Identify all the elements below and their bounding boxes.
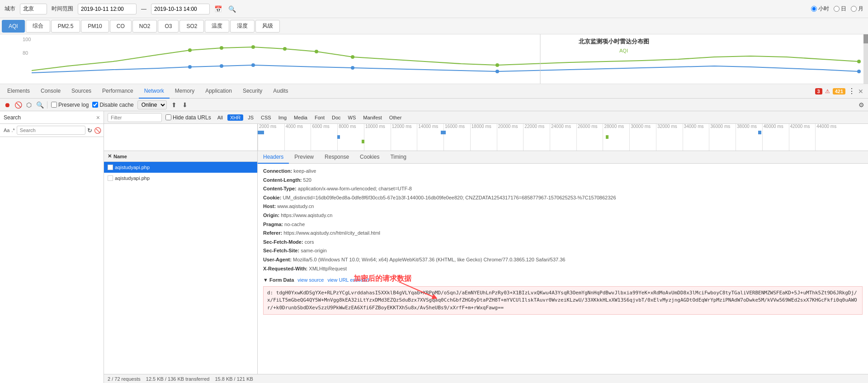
tab-humidity[interactable]: 湿度 <box>230 20 255 33</box>
request-header-row: Connection: keep-alive <box>263 167 863 175</box>
search-panel-close[interactable]: × <box>96 114 100 121</box>
clear-button[interactable]: 🚫 <box>14 101 22 109</box>
waterfall-bar <box>258 131 264 134</box>
more-icon[interactable]: ⋮ <box>848 87 855 95</box>
filter-img[interactable]: Img <box>276 114 289 121</box>
view-source-link[interactable]: view source <box>297 276 324 284</box>
close-file-detail-icon[interactable]: ✕ <box>108 153 112 159</box>
tab-security[interactable]: Security <box>237 84 268 99</box>
tab-elements[interactable]: Elements <box>2 84 35 99</box>
hide-data-urls-input[interactable] <box>165 114 171 120</box>
timeline-tick: 40000 ms <box>762 124 783 151</box>
filter-xhr[interactable]: XHR <box>227 114 243 121</box>
month-radio[interactable] <box>851 6 857 12</box>
tab-console[interactable]: Console <box>35 84 66 99</box>
timeline-tick: 34000 ms <box>683 124 704 151</box>
svg-point-12 <box>251 63 255 67</box>
request-header-row: X-Requested-With: XMLHttpRequest <box>263 265 863 273</box>
hour-radio-label[interactable]: 小时 <box>811 5 829 13</box>
req-tab-timing[interactable]: Timing <box>385 151 412 164</box>
tab-pm25[interactable]: PM2.5 <box>51 20 80 33</box>
req-tab-response[interactable]: Response <box>319 151 354 164</box>
svg-point-7 <box>351 55 354 59</box>
preserve-log-input[interactable] <box>51 102 57 108</box>
resources-size: 15.8 KB / 121 KB <box>215 376 253 382</box>
req-tab-cookies[interactable]: Cookies <box>354 151 385 164</box>
tab-network[interactable]: Network <box>139 84 170 99</box>
search-icon[interactable]: 🔍 <box>228 5 236 13</box>
search-button[interactable]: 🔍 <box>36 101 43 109</box>
record-button[interactable]: ⏺ <box>4 101 11 109</box>
network-panel: Hide data URLs All XHR JS CSS Img Media … <box>104 111 868 383</box>
settings-button[interactable]: ⚙ <box>859 101 864 109</box>
search-input[interactable] <box>17 126 85 135</box>
filter-font[interactable]: Font <box>312 114 327 121</box>
filter-ws[interactable]: WS <box>345 114 359 121</box>
tab-temperature[interactable]: 温度 <box>205 20 229 33</box>
search-input-row: Aa .* ↻ 🚫 <box>0 124 104 137</box>
tab-performance[interactable]: Performance <box>97 84 139 99</box>
tab-o3[interactable]: O3 <box>158 20 179 33</box>
day-radio-label[interactable]: 日 <box>834 5 846 13</box>
tab-application[interactable]: Application <box>200 84 237 99</box>
calendar-icon[interactable]: 📅 <box>214 5 222 13</box>
disable-cache-input[interactable] <box>92 102 98 108</box>
tab-aqi[interactable]: AQI <box>2 20 25 33</box>
preserve-log-label: Preserve log <box>58 102 89 108</box>
filter-toggle-button[interactable]: ⬡ <box>25 101 33 109</box>
filter-media[interactable]: Media <box>291 114 310 121</box>
day-radio[interactable] <box>834 6 840 12</box>
filter-other[interactable]: Other <box>387 114 405 121</box>
req-tab-headers[interactable]: Headers <box>258 151 289 164</box>
tab-wind[interactable]: 风级 <box>255 20 280 33</box>
header-value: Mozilla/5.0 (Windows NT 10.0; Win64; x64… <box>293 257 565 262</box>
svg-point-13 <box>351 66 354 70</box>
timeline-tick: 26000 ms <box>576 124 598 151</box>
chart-area: 100 80 北京监测项小时雷达分布图 AQI <box>0 34 868 84</box>
hide-data-urls-checkbox[interactable]: Hide data URLs <box>165 114 211 121</box>
preserve-log-checkbox[interactable]: Preserve log <box>51 102 89 108</box>
import-icon[interactable]: ⬆ <box>170 101 178 109</box>
time-start-input[interactable] <box>78 4 137 14</box>
disable-cache-checkbox[interactable]: Disable cache <box>92 102 133 108</box>
header-label: Sec-Fetch-Site: <box>263 248 299 253</box>
requests-count: 2 / 72 requests <box>108 376 141 382</box>
aa-label: Aa <box>4 128 9 133</box>
tab-pm10[interactable]: PM10 <box>81 20 108 33</box>
time-separator: — <box>141 6 146 12</box>
tab-comprehensive[interactable]: 综合 <box>26 20 50 33</box>
search-panel-title: Search <box>4 114 21 121</box>
tab-audits[interactable]: Audits <box>268 84 293 99</box>
request-header-row: Sec-Fetch-Site: same-origin <box>263 247 863 255</box>
devtools-close-button[interactable]: ✕ <box>858 88 863 95</box>
filter-css[interactable]: CSS <box>258 114 274 121</box>
throttle-select[interactable]: Online <box>137 100 167 109</box>
tab-no2[interactable]: NO2 <box>132 20 157 33</box>
tab-co[interactable]: CO <box>110 20 132 33</box>
request-header-row: Referer: https://www.aqistudy.cn/html/ci… <box>263 229 863 237</box>
devtools-tab-right: 3 ⚠ 421 ⋮ ✕ <box>815 87 866 95</box>
file-item[interactable]: aqistudyapi.php <box>104 173 257 184</box>
filter-manifest[interactable]: Manifest <box>360 114 385 121</box>
export-icon[interactable]: ⬇ <box>181 101 189 109</box>
tab-sources[interactable]: Sources <box>66 84 97 99</box>
file-item[interactable]: aqistudyapi.php <box>104 162 257 173</box>
header-value: application/x-www-form-urlencoded; chars… <box>298 186 412 191</box>
filter-js[interactable]: JS <box>245 114 256 121</box>
filter-all[interactable]: All <box>215 114 226 121</box>
req-tab-preview[interactable]: Preview <box>289 151 319 164</box>
header-value: same-origin <box>301 248 326 253</box>
view-url-encoded-link[interactable]: view URL encoded <box>327 276 369 284</box>
refresh-icon[interactable]: ↻ <box>87 127 92 134</box>
tab-memory[interactable]: Memory <box>170 84 200 99</box>
hour-radio[interactable] <box>811 6 817 12</box>
city-input[interactable] <box>20 4 47 14</box>
time-end-input[interactable] <box>151 4 210 14</box>
tab-so2[interactable]: SO2 <box>179 20 204 33</box>
devtools-tab-bar: Elements Console Sources Performance Net… <box>0 84 868 99</box>
month-radio-label[interactable]: 月 <box>851 5 863 13</box>
search-panel: Search × Aa .* ↻ 🚫 <box>0 111 104 383</box>
filter-input[interactable] <box>108 113 162 122</box>
filter-doc[interactable]: Doc <box>329 114 344 121</box>
clear-search-icon[interactable]: 🚫 <box>94 127 101 134</box>
